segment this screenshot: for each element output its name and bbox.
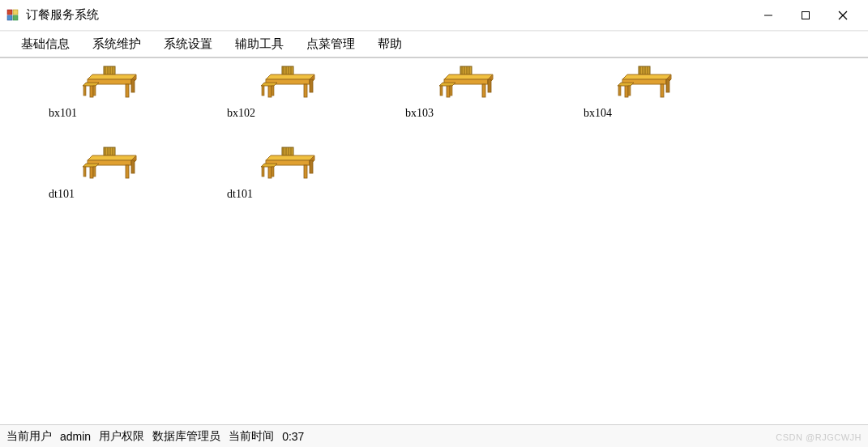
svg-rect-17 [126, 84, 129, 97]
window-title: 订餐服务系统 [26, 7, 99, 23]
svg-marker-69 [88, 155, 136, 160]
status-perm-value: 数据库管理员 [152, 429, 220, 444]
table-icon [259, 146, 316, 186]
svg-rect-73 [126, 165, 129, 178]
table-label: bx101 [49, 107, 77, 120]
svg-marker-41 [444, 74, 493, 79]
table-grid: bx101 bx102 bx103 [8, 65, 860, 227]
table-item[interactable]: bx101 [8, 65, 186, 146]
table-item[interactable]: bx102 [186, 65, 365, 146]
svg-rect-2 [7, 15, 12, 20]
minimize-button[interactable] [750, 2, 787, 28]
svg-rect-0 [7, 10, 12, 15]
table-icon [616, 65, 673, 105]
svg-rect-30 [268, 84, 272, 97]
status-user-label: 当前用户 [6, 429, 52, 444]
table-icon [438, 65, 494, 105]
svg-rect-87 [304, 165, 307, 178]
table-item[interactable]: bx104 [543, 65, 721, 146]
svg-marker-27 [266, 74, 314, 79]
table-item[interactable]: dt101 [8, 146, 186, 227]
svg-rect-31 [304, 84, 307, 97]
menu-helper-tools[interactable]: 辅助工具 [224, 32, 295, 57]
svg-rect-49 [450, 86, 452, 96]
titlebar: 订餐服务系统 [0, 0, 868, 31]
menu-system-settings[interactable]: 系统设置 [152, 32, 224, 57]
svg-marker-89 [261, 164, 277, 167]
status-user-value: admin [60, 430, 91, 443]
svg-marker-75 [83, 164, 99, 167]
svg-rect-44 [447, 84, 450, 97]
svg-rect-21 [93, 86, 96, 96]
svg-marker-47 [439, 83, 455, 86]
svg-marker-13 [88, 74, 136, 79]
app-icon [6, 9, 19, 22]
content-area: bx101 bx102 bx103 [0, 58, 868, 424]
maximize-button[interactable] [787, 2, 824, 28]
window-controls [750, 2, 862, 28]
svg-rect-5 [802, 11, 810, 19]
table-icon [259, 65, 316, 105]
menu-system-maintenance[interactable]: 系统维护 [81, 32, 152, 57]
svg-marker-33 [261, 83, 277, 86]
table-icon [81, 65, 138, 105]
statusbar: 当前用户 admin 用户权限 数据库管理员 当前时间 0:37 [0, 424, 868, 447]
svg-rect-35 [272, 86, 274, 96]
svg-rect-88 [310, 160, 313, 173]
svg-rect-58 [625, 84, 628, 97]
svg-rect-45 [482, 84, 485, 97]
menu-help[interactable]: 帮助 [366, 32, 413, 57]
svg-rect-90 [262, 167, 264, 177]
svg-marker-83 [266, 155, 314, 160]
status-time-label: 当前时间 [229, 429, 274, 444]
table-item[interactable]: bx103 [365, 65, 543, 146]
status-perm-label: 用户权限 [99, 429, 144, 444]
table-label: dt101 [49, 188, 75, 201]
svg-marker-61 [618, 83, 634, 86]
svg-rect-32 [310, 79, 313, 92]
svg-rect-91 [272, 167, 274, 177]
svg-rect-59 [661, 84, 664, 97]
svg-rect-20 [83, 86, 86, 96]
svg-rect-60 [666, 79, 669, 92]
table-label: bx102 [227, 107, 255, 120]
menu-basic-info[interactable]: 基础信息 [10, 32, 81, 57]
close-button[interactable] [824, 2, 862, 28]
svg-rect-76 [83, 167, 86, 177]
svg-rect-18 [131, 79, 135, 92]
table-icon [81, 146, 138, 186]
svg-marker-19 [83, 83, 99, 86]
menu-order-management[interactable]: 点菜管理 [295, 32, 366, 57]
svg-rect-62 [618, 86, 621, 96]
table-label: dt101 [227, 188, 253, 201]
watermark: CSDN @RJGCWJH [776, 432, 862, 442]
svg-rect-48 [440, 86, 443, 96]
svg-rect-1 [13, 10, 18, 15]
svg-rect-63 [628, 86, 631, 96]
table-label: bx103 [405, 107, 434, 120]
svg-rect-3 [13, 15, 18, 20]
status-time-value: 0:37 [282, 430, 304, 443]
svg-rect-77 [93, 167, 96, 177]
svg-rect-34 [262, 86, 264, 96]
menubar: 基础信息 系统维护 系统设置 辅助工具 点菜管理 帮助 [0, 31, 868, 58]
svg-rect-16 [90, 84, 93, 97]
table-label: bx104 [584, 107, 612, 120]
svg-rect-46 [488, 79, 491, 92]
svg-marker-55 [622, 74, 671, 79]
svg-rect-74 [131, 160, 135, 173]
table-item[interactable]: dt101 [186, 146, 365, 227]
